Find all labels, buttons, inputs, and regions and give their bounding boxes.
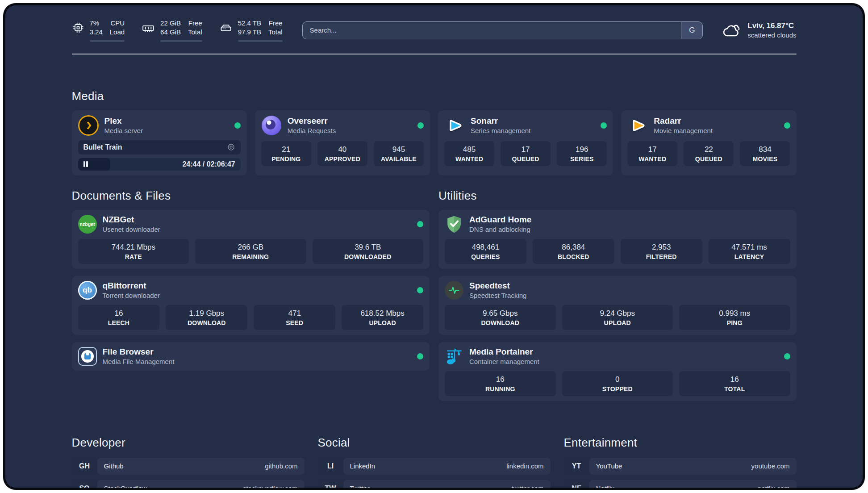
app-desc: Media Requests: [288, 127, 336, 134]
disk-free-label: Free: [268, 19, 283, 28]
app-desc: Media File Management: [103, 358, 175, 365]
bookmark-twitter[interactable]: TW Twitter twitter.com: [318, 480, 551, 490]
bookmark-group-entertainment: Entertainment YT YouTube youtube.com NF …: [564, 436, 797, 490]
bookmark-group-developer: Developer GH Github github.com SO StackO…: [72, 436, 305, 490]
stat-box: 498,461 QUERIES: [445, 239, 526, 264]
stat-box: 196 SERIES: [557, 141, 607, 166]
ram-icon: [142, 21, 155, 35]
cpu-label: CPU: [110, 19, 125, 28]
app-card-adguard[interactable]: AdGuard Home DNS and adblocking 498,461 …: [438, 210, 797, 269]
status-dot: [417, 353, 423, 359]
stat-box: 9.24 Gbps UPLOAD: [562, 305, 673, 330]
bookmark-youtube[interactable]: YT YouTube youtube.com: [564, 458, 797, 475]
playback-elapsed: [78, 158, 111, 171]
cpu-icon: [72, 21, 84, 34]
app-card-sonarr[interactable]: Sonarr Series management 485 WANTED 17 Q…: [438, 110, 613, 175]
app-desc: Torrent downloader: [103, 292, 160, 299]
section-title-documents: Documents & Files: [72, 189, 430, 203]
stat-box: 40 APPROVED: [317, 141, 367, 166]
adguard-icon: [445, 215, 463, 234]
weather-widget: Lviv, 16.87°C scattered clouds: [722, 21, 796, 40]
ram-free-label: Free: [188, 19, 202, 28]
stat-box: 17 WANTED: [627, 141, 677, 166]
bookmark-github[interactable]: GH Github github.com: [72, 458, 305, 475]
stat-box: 1.19 Gbps DOWNLOAD: [166, 305, 247, 330]
app-name: AdGuard Home: [469, 215, 531, 225]
filebrowser-icon: [78, 347, 97, 366]
stat-box: 47.571 ms LATENCY: [709, 239, 790, 264]
overseerr-icon: [261, 115, 282, 136]
stat-box: 9.65 Gbps DOWNLOAD: [445, 305, 556, 330]
disk-icon: [219, 21, 233, 35]
status-dot: [784, 353, 790, 359]
app-desc: Media server: [104, 127, 143, 134]
search-input[interactable]: [303, 22, 681, 39]
app-card-qbittorrent[interactable]: qb qBittorrent Torrent downloader 16 LEE…: [72, 276, 430, 335]
app-card-portainer[interactable]: Media Portainer Container management 16 …: [438, 342, 797, 401]
bookmark-stackoverflow[interactable]: SO StackOverflow stackoverflow.com: [72, 480, 305, 490]
header-divider: [72, 54, 797, 54]
status-dot: [417, 122, 424, 129]
stat-box: 834 MOVIES: [740, 141, 790, 166]
stat-box: 2,953 FILTERED: [621, 239, 702, 264]
status-dot: [784, 122, 790, 129]
app-desc: Speedtest Tracking: [469, 292, 526, 299]
cpu-progress-bar: [90, 40, 125, 42]
ram-total-value: 64 GiB: [160, 28, 181, 37]
nzbget-icon: nzbget: [78, 215, 97, 234]
stat-box: 0 STOPPED: [562, 371, 673, 396]
stat-box: 0.993 ms PING: [679, 305, 790, 330]
section-title-media: Media: [72, 89, 797, 103]
ram-free-value: 22 GiB: [160, 19, 181, 28]
bookmark-group-social: Social LI LinkedIn linkedin.com TW Twitt…: [318, 436, 551, 490]
cpu-usage-value: 7%: [90, 19, 103, 28]
qbittorrent-icon: qb: [78, 281, 97, 300]
plex-icon: [78, 115, 99, 136]
disk-progress-bar: [238, 40, 283, 42]
portainer-icon: [445, 347, 463, 366]
weather-location: Lviv, 16.87°C: [747, 21, 796, 30]
speedtest-icon: [445, 281, 463, 300]
cpu-load-label: Load: [110, 28, 125, 37]
app-card-plex[interactable]: Plex Media server Bullet Train: [72, 110, 247, 175]
disk-total-value: 97.9 TB: [238, 28, 261, 37]
playback-progress-bar: 24:44 / 02:06:47: [78, 158, 241, 171]
ram-widget: 22 GiB 64 GiB Free Total: [142, 19, 202, 42]
cpu-load-value: 3.24: [90, 28, 103, 37]
stat-box: 16 LEECH: [78, 305, 160, 330]
search-engine-button[interactable]: G: [681, 22, 702, 39]
status-dot: [417, 221, 423, 227]
app-desc: Movie management: [654, 127, 713, 134]
app-name: Media Portainer: [469, 347, 539, 357]
cpu-widget: 7% 3.24 CPU Load: [72, 19, 125, 42]
playback-time: 24:44 / 02:06:47: [182, 160, 235, 168]
app-name: Speedtest: [469, 281, 526, 291]
app-card-speedtest[interactable]: Speedtest Speedtest Tracking 9.65 Gbps D…: [438, 276, 797, 335]
ram-total-label: Total: [188, 28, 202, 37]
bookmark-linkedin[interactable]: LI LinkedIn linkedin.com: [318, 458, 551, 475]
video-session-icon: [227, 143, 235, 151]
disk-widget: 52.4 TB 97.9 TB Free Total: [219, 19, 283, 42]
status-dot: [417, 287, 423, 293]
stat-box: 22 QUEUED: [684, 141, 734, 166]
app-card-nzbget[interactable]: nzbget NZBGet Usenet downloader 744.21 M…: [72, 210, 430, 269]
topbar: 7% 3.24 CPU Load: [72, 19, 797, 42]
stat-box: 86,384 BLOCKED: [533, 239, 614, 264]
app-name: NZBGet: [103, 215, 160, 225]
bookmark-netflix[interactable]: NF Netflix netflix.com: [564, 480, 797, 490]
stat-box: 17 QUEUED: [501, 141, 551, 166]
radarr-icon: [627, 115, 648, 136]
app-card-overseerr[interactable]: Overseerr Media Requests 21 PENDING 40 A…: [255, 110, 430, 175]
weather-condition: scattered clouds: [747, 31, 796, 39]
disk-free-value: 52.4 TB: [238, 19, 261, 28]
sonarr-icon: [444, 115, 465, 136]
search-bar: G: [302, 21, 703, 39]
app-card-filebrowser[interactable]: File Browser Media File Management: [72, 342, 430, 371]
dashboard-window: 7% 3.24 CPU Load: [3, 3, 865, 490]
app-desc: Series management: [471, 127, 530, 134]
app-name: qBittorrent: [103, 281, 160, 291]
pause-icon[interactable]: [83, 161, 88, 167]
app-card-radarr[interactable]: Radarr Movie management 17 WANTED 22 QUE…: [621, 110, 796, 175]
status-dot: [234, 122, 241, 129]
app-desc: Container management: [469, 358, 539, 365]
